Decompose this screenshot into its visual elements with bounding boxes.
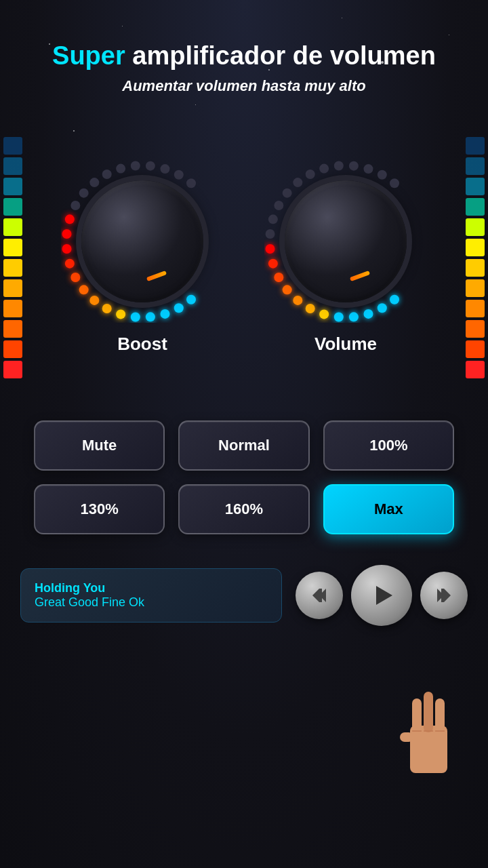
vu-bar <box>466 218 485 236</box>
vu-bar <box>466 157 485 175</box>
preset-buttons-grid: MuteNormal100%130%160%Max <box>0 407 488 548</box>
svg-point-10 <box>65 259 75 269</box>
vu-bar <box>466 279 485 297</box>
svg-point-23 <box>186 178 196 188</box>
svg-point-17 <box>102 170 112 179</box>
svg-point-47 <box>390 178 399 188</box>
svg-point-19 <box>131 161 140 171</box>
svg-point-8 <box>79 285 89 294</box>
vu-bar <box>3 320 22 338</box>
prev-icon <box>309 585 329 606</box>
vu-bar <box>466 340 485 358</box>
svg-point-18 <box>116 164 125 174</box>
hand-cursor <box>386 671 468 793</box>
preset-btn-max[interactable]: Max <box>323 484 454 534</box>
svg-point-31 <box>293 296 302 305</box>
boost-knob-wrapper: Boost <box>61 160 224 355</box>
svg-rect-59 <box>435 698 445 732</box>
volume-knob-body[interactable] <box>285 180 407 302</box>
vu-bar <box>3 198 22 216</box>
vu-bar <box>466 320 485 338</box>
vu-bar <box>466 300 485 317</box>
svg-point-39 <box>283 189 292 198</box>
svg-point-24 <box>390 295 399 304</box>
boost-knob-ring[interactable] <box>61 160 224 323</box>
volume-knob-wrapper: Volume <box>264 160 427 355</box>
svg-point-41 <box>306 170 315 179</box>
svg-point-45 <box>363 164 373 174</box>
svg-point-32 <box>283 285 292 294</box>
svg-point-9 <box>70 273 80 282</box>
preset-btn-mute[interactable]: Mute <box>34 420 165 471</box>
now-playing-area: Holding You Great Good Fine Ok <box>0 555 488 636</box>
vu-bar <box>466 178 485 195</box>
volume-indicator <box>350 271 370 281</box>
svg-marker-52 <box>444 589 451 602</box>
player-controls <box>296 565 468 626</box>
svg-point-3 <box>146 312 155 321</box>
title-rest: amplificador de volumen <box>125 41 436 70</box>
svg-point-7 <box>89 296 99 305</box>
preset-btn-130[interactable]: 130% <box>34 484 165 534</box>
vu-bar <box>3 178 22 195</box>
svg-point-35 <box>266 244 275 254</box>
vu-meter-left <box>0 130 26 385</box>
svg-point-27 <box>349 312 359 321</box>
svg-point-5 <box>116 309 125 319</box>
vu-bar <box>466 137 485 155</box>
svg-rect-57 <box>412 698 422 732</box>
vu-bar <box>466 239 485 256</box>
next-icon <box>434 585 454 606</box>
svg-point-13 <box>65 214 75 224</box>
app-title: Super amplificador de volumen <box>20 41 468 72</box>
svg-point-42 <box>319 164 329 174</box>
svg-point-21 <box>160 164 169 174</box>
svg-point-36 <box>266 229 275 239</box>
track-artist: Great Good Fine Ok <box>35 595 268 610</box>
prev-button[interactable] <box>296 572 343 619</box>
vu-bar <box>3 259 22 277</box>
svg-point-20 <box>146 161 155 171</box>
volume-knob-ring[interactable] <box>264 160 427 323</box>
vu-bar <box>3 340 22 358</box>
knob-area: Boost Volume <box>0 115 488 400</box>
volume-label: Volume <box>314 334 377 355</box>
vu-bar <box>3 218 22 236</box>
svg-point-15 <box>79 189 89 198</box>
vu-bar <box>466 198 485 216</box>
preset-btn-100[interactable]: 100% <box>323 420 454 471</box>
svg-marker-51 <box>376 586 392 605</box>
svg-point-33 <box>274 273 283 282</box>
preset-btn-160[interactable]: 160% <box>178 484 309 534</box>
svg-point-29 <box>319 309 329 319</box>
track-title: Holding You <box>35 581 268 595</box>
next-button[interactable] <box>420 572 468 619</box>
track-info: Holding You Great Good Fine Ok <box>20 568 282 623</box>
svg-point-30 <box>306 304 315 313</box>
svg-point-37 <box>268 214 278 224</box>
vu-bar <box>466 259 485 277</box>
knobs-container: Boost Volume <box>26 160 462 355</box>
vu-bar <box>3 157 22 175</box>
title-super: Super <box>52 41 125 70</box>
boost-knob-body[interactable] <box>81 180 203 302</box>
svg-point-43 <box>334 161 344 171</box>
svg-point-22 <box>174 170 184 180</box>
svg-point-1 <box>174 303 184 313</box>
boost-label: Boost <box>117 334 167 355</box>
svg-point-6 <box>102 304 112 313</box>
svg-point-16 <box>89 178 99 187</box>
svg-rect-55 <box>410 726 447 773</box>
vu-bar <box>3 279 22 297</box>
svg-point-28 <box>334 313 344 322</box>
svg-point-44 <box>349 161 359 171</box>
svg-point-12 <box>62 229 72 239</box>
svg-point-25 <box>378 303 387 313</box>
vu-bar <box>3 137 22 155</box>
app-subtitle: Aumentar volumen hasta muy alto <box>20 77 468 95</box>
svg-point-26 <box>363 309 373 319</box>
svg-point-14 <box>70 201 80 210</box>
play-button[interactable] <box>351 565 412 626</box>
vu-bar <box>3 239 22 256</box>
preset-btn-normal[interactable]: Normal <box>178 420 309 471</box>
